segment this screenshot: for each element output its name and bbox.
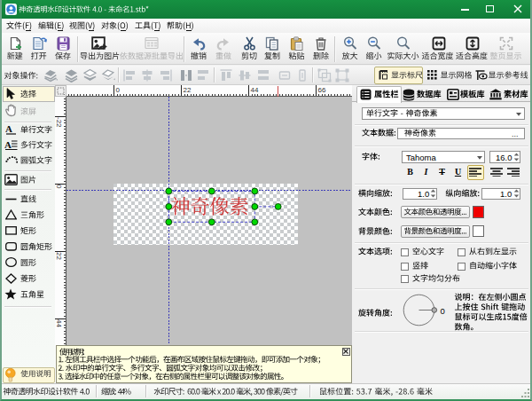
svg-text:A: A [4, 139, 12, 150]
svg-text:A: A [5, 124, 12, 134]
